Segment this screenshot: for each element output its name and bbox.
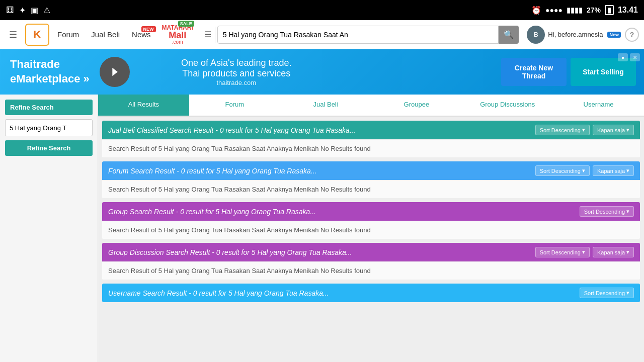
forum-time-button[interactable]: Kapan saja — [593, 165, 634, 176]
ad-arrow-button[interactable] — [100, 57, 130, 87]
user-account[interactable]: B Hi, before.amnesia New — [527, 26, 621, 44]
username-result-header: Username Search Result - 0 result for 5 … — [102, 284, 640, 302]
search-area: ☰ 🔍 — [201, 26, 519, 44]
gd-time-chevron-icon — [626, 249, 629, 255]
ad-right-section: One of Asia's leading trade. Thai produc… — [171, 58, 501, 86]
search-input[interactable] — [217, 26, 499, 44]
username-display: Hi, before.amnesia — [548, 31, 603, 38]
ad-close-icon[interactable]: ● — [618, 53, 628, 61]
group-result-body: Search Result of 5 Hal yang Orang Tua Ra… — [102, 221, 640, 239]
group-result-header: Group Search Result - 0 result for 5 Hal… — [102, 202, 640, 221]
forum-result-header: Forum Search Result - 0 result for 5 Hal… — [102, 161, 640, 180]
matahari-sale-badge: SALE — [178, 21, 194, 27]
main-content: Refine Search Refine Search All Results … — [0, 95, 644, 362]
group-discussion-sort-controls: Sort Descending Kapan saja — [535, 247, 634, 257]
tab-username[interactable]: Username — [553, 95, 644, 116]
jual-beli-result-section: Jual Beli Classified Search Result - 0 r… — [102, 121, 640, 157]
avatar: B — [527, 26, 545, 44]
sort-chevron-icon — [582, 127, 585, 133]
user-new-badge: New — [607, 32, 621, 38]
matahari-mall-logo[interactable]: SALE MATAHARI Mall .com — [162, 25, 193, 45]
forum-time-chevron-icon — [626, 167, 629, 174]
forum-sort-chevron-icon — [582, 167, 585, 174]
nav-forum-link[interactable]: Forum — [53, 30, 83, 39]
username-result-title: Username Search Result - 0 result for 5 … — [108, 289, 329, 297]
sidebar-search-input[interactable] — [5, 119, 93, 136]
jual-beli-sort-button[interactable]: Sort Descending — [535, 125, 590, 135]
help-button[interactable]: ? — [625, 28, 639, 42]
8ball-icon: ⚅ — [6, 5, 14, 16]
time-chevron-icon — [626, 127, 629, 133]
jual-beli-result-title: Jual Beli Classified Search Result - 0 r… — [108, 126, 356, 134]
group-sort-button[interactable]: Sort Descending — [580, 206, 634, 217]
search-menu-icon[interactable]: ☰ — [201, 27, 215, 43]
alarm-icon: ⏰ — [531, 6, 541, 15]
tab-jual-beli[interactable]: Jual Beli — [280, 95, 371, 116]
battery-text: 27% — [587, 6, 601, 14]
nav-bar: ☰ K Forum Jual Beli NEW News SALE MATAHA… — [0, 20, 644, 49]
hamburger-menu-button[interactable]: ☰ — [5, 27, 21, 43]
tab-all-results[interactable]: All Results — [98, 95, 189, 116]
vpn-icon: ✦ — [19, 6, 26, 15]
ad-close-controls[interactable]: ● ✕ — [618, 53, 640, 61]
group-discussion-result-body: Search Result of 5 Hal yang Orang Tua Ra… — [102, 261, 640, 280]
username-sort-controls: Sort Descending — [580, 288, 634, 298]
group-discussion-result-header: Group Discussion Search Result - 0 resul… — [102, 243, 640, 261]
status-icons-left: ⚅ ✦ ▣ ⚠ — [6, 5, 50, 16]
group-result-title: Group Search Result - 0 result for 5 Hal… — [108, 208, 316, 216]
ad-text: Thaitrade eMarketplace » — [0, 57, 90, 86]
battery-icon: ▮ — [605, 5, 614, 15]
start-selling-button[interactable]: Start Selling — [571, 58, 636, 86]
group-discussion-sort-button[interactable]: Sort Descending — [535, 247, 590, 257]
time-display: 13.41 — [618, 6, 638, 15]
gd-sort-chevron-icon — [582, 249, 585, 255]
group-discussion-time-button[interactable]: Kapan saja — [593, 247, 634, 257]
ad-line1: Thaitrade — [10, 57, 90, 72]
jual-beli-time-button[interactable]: Kapan saja — [593, 125, 634, 135]
forum-sort-button[interactable]: Sort Descending — [535, 165, 590, 176]
group-sort-chevron-icon — [626, 208, 629, 215]
forum-sort-controls: Sort Descending Kapan saja — [535, 165, 634, 176]
username-sort-button[interactable]: Sort Descending — [580, 288, 634, 298]
tab-forum[interactable]: Forum — [189, 95, 280, 116]
news-new-badge: NEW — [141, 26, 156, 32]
bars-icon: ▮▮▮▮ — [567, 6, 583, 14]
signal-icon: ●●●● — [545, 6, 562, 14]
forum-result-title: Forum Search Result - 0 result for 5 Hal… — [108, 167, 317, 175]
tabs-bar: All Results Forum Jual Beli Groupee Grou… — [98, 95, 644, 117]
kaskus-logo[interactable]: K — [25, 24, 49, 46]
sidebar-refine-button[interactable]: Refine Search — [5, 140, 93, 156]
bbm-icon: ▣ — [31, 6, 38, 15]
ad-domain: thaitrade.com — [181, 79, 292, 86]
group-discussion-result-title: Group Discussion Search Result - 0 resul… — [108, 248, 352, 256]
forum-result-section: Forum Search Result - 0 result for 5 Hal… — [102, 161, 640, 198]
warning-icon: ⚠ — [43, 6, 50, 15]
nav-jualbeli-link[interactable]: Jual Beli — [87, 30, 124, 39]
tab-group-discussions[interactable]: Group Discussions — [462, 95, 553, 116]
jual-beli-sort-controls: Sort Descending Kapan saja — [535, 125, 634, 135]
sidebar: Refine Search Refine Search — [0, 95, 98, 362]
ad-desc-line1: One of Asia's leading trade. — [181, 58, 292, 68]
status-right: ⏰ ●●●● ▮▮▮▮ 27% ▮ 13.41 — [531, 5, 638, 15]
username-sort-chevron-icon — [626, 290, 629, 296]
tab-groupee[interactable]: Groupee — [371, 95, 462, 116]
jual-beli-result-body: Search Result of 5 Hal yang Orang Tua Ra… — [102, 139, 640, 157]
group-discussion-result-section: Group Discussion Search Result - 0 resul… — [102, 243, 640, 280]
create-thread-button[interactable]: Create New Thread — [501, 58, 567, 86]
group-result-section: Group Search Result - 0 result for 5 Hal… — [102, 202, 640, 239]
ad-x-icon[interactable]: ✕ — [630, 53, 640, 61]
ad-line2: eMarketplace » — [10, 72, 90, 86]
search-button[interactable]: 🔍 — [499, 26, 519, 44]
forum-result-body: Search Result of 5 Hal yang Orang Tua Ra… — [102, 180, 640, 198]
username-result-section: Username Search Result - 0 result for 5 … — [102, 284, 640, 302]
results-area: All Results Forum Jual Beli Groupee Grou… — [98, 95, 644, 362]
ad-banner: Thaitrade eMarketplace » One of Asia's l… — [0, 49, 644, 95]
sidebar-title: Refine Search — [5, 100, 93, 115]
ad-desc-line2: Thai products and services — [181, 68, 292, 79]
group-sort-controls: Sort Descending — [580, 206, 634, 217]
nav-news-container[interactable]: NEW News — [128, 30, 155, 39]
status-bar: ⚅ ✦ ▣ ⚠ ⏰ ●●●● ▮▮▮▮ 27% ▮ 13.41 — [0, 0, 644, 20]
jual-beli-result-header: Jual Beli Classified Search Result - 0 r… — [102, 121, 640, 139]
ad-action-buttons: Create New Thread Start Selling — [501, 58, 644, 86]
